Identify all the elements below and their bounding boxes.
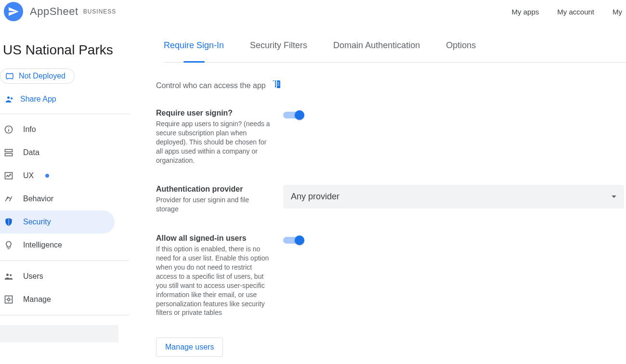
sidebar-item-label: Users bbox=[23, 272, 43, 281]
sidebar: US National Parks Not Deployed Share App… bbox=[0, 23, 129, 364]
setting-desc: Require app users to signin? (needs a se… bbox=[156, 119, 272, 165]
svg-rect-5 bbox=[5, 154, 13, 156]
setting-allow-all: Allow all signed-in users If this option… bbox=[156, 234, 624, 317]
deploy-status-pill[interactable]: Not Deployed bbox=[0, 68, 75, 84]
setting-title: Allow all signed-in users bbox=[156, 234, 272, 243]
sidebar-item-label: Intelligence bbox=[23, 241, 62, 249]
setting-auth-provider: Authentication provider Provider for use… bbox=[156, 185, 624, 214]
require-signin-toggle[interactable] bbox=[283, 110, 304, 120]
sidebar-footer-placeholder bbox=[0, 325, 118, 342]
sidebar-item-label: Info bbox=[23, 125, 36, 134]
tabs: Require Sign-In Security Filters Domain … bbox=[164, 40, 626, 63]
sidebar-item-data[interactable]: Data bbox=[0, 141, 129, 164]
svg-point-9 bbox=[6, 273, 9, 276]
setting-desc: Provider for user signin and file storag… bbox=[156, 195, 272, 214]
shield-icon bbox=[4, 217, 13, 227]
share-app-button[interactable]: Share App bbox=[0, 92, 129, 114]
allow-all-toggle[interactable] bbox=[283, 235, 304, 246]
sidebar-item-info[interactable]: Info bbox=[0, 118, 129, 141]
top-nav: My apps My account My bbox=[512, 8, 622, 16]
tab-require-sign-in[interactable]: Require Sign-In bbox=[164, 40, 224, 62]
docs-icon[interactable] bbox=[271, 79, 282, 92]
share-app-label: Share App bbox=[20, 95, 56, 104]
sidebar-nav-group-1: Info Data UX Behavior bbox=[0, 114, 129, 257]
manage-users-button[interactable]: Manage users bbox=[156, 338, 223, 357]
app-title: US National Parks bbox=[0, 23, 129, 68]
intelligence-icon bbox=[4, 240, 13, 250]
brand-suffix: BUSINESS bbox=[83, 8, 117, 15]
info-icon bbox=[4, 125, 13, 134]
svg-point-10 bbox=[10, 274, 12, 276]
svg-rect-8 bbox=[5, 172, 13, 179]
topnav-my-apps[interactable]: My apps bbox=[512, 8, 539, 16]
setting-title: Require user signin? bbox=[156, 109, 272, 117]
sidebar-item-intelligence[interactable]: Intelligence bbox=[0, 234, 129, 257]
users-icon bbox=[4, 272, 13, 281]
manage-icon bbox=[4, 295, 13, 304]
sidebar-item-ux[interactable]: UX bbox=[0, 164, 129, 187]
appsheet-logo[interactable] bbox=[4, 2, 23, 21]
main-content: Require Sign-In Security Filters Domain … bbox=[129, 23, 626, 364]
sidebar-item-users[interactable]: Users bbox=[0, 265, 129, 288]
sidebar-nav-group-2: Users Manage bbox=[0, 260, 129, 311]
sidebar-item-label: Behavior bbox=[23, 195, 53, 203]
tab-security-filters[interactable]: Security Filters bbox=[250, 40, 307, 62]
paper-plane-icon bbox=[8, 6, 19, 17]
deploy-status-label: Not Deployed bbox=[19, 72, 65, 80]
sidebar-item-label: Security bbox=[23, 218, 51, 226]
behavior-icon bbox=[4, 194, 13, 204]
sidebar-item-label: Data bbox=[23, 148, 39, 157]
section-lead: Control who can access the app bbox=[156, 79, 624, 92]
setting-desc: If this option is enabled, there is no n… bbox=[156, 245, 272, 317]
svg-rect-4 bbox=[5, 149, 13, 152]
brand-name: AppSheet bbox=[30, 5, 78, 18]
sidebar-item-behavior[interactable]: Behavior bbox=[0, 187, 129, 210]
sidebar-item-manage[interactable]: Manage bbox=[0, 288, 129, 311]
ux-icon bbox=[4, 171, 13, 181]
auth-provider-select[interactable]: Any provider bbox=[283, 185, 624, 208]
topnav-my-cut[interactable]: My bbox=[613, 8, 622, 16]
data-icon bbox=[4, 148, 13, 157]
svg-point-3 bbox=[8, 127, 9, 128]
setting-title: Authentication provider bbox=[156, 185, 272, 194]
tab-domain-authentication[interactable]: Domain Authentication bbox=[333, 40, 420, 62]
setting-require-signin: Require user signin? Require app users t… bbox=[156, 109, 624, 165]
sidebar-item-label: UX bbox=[23, 171, 34, 180]
svg-point-12 bbox=[8, 299, 10, 301]
sidebar-item-label: Manage bbox=[23, 295, 51, 304]
not-deployed-icon bbox=[5, 72, 14, 80]
share-icon bbox=[5, 94, 14, 104]
select-value: Any provider bbox=[291, 192, 339, 202]
chevron-down-icon bbox=[612, 195, 616, 198]
section-lead-text: Control who can access the app bbox=[156, 81, 266, 90]
svg-point-0 bbox=[7, 96, 10, 99]
tab-options[interactable]: Options bbox=[446, 40, 476, 62]
topnav-my-account[interactable]: My account bbox=[557, 8, 594, 16]
indicator-dot-icon bbox=[45, 174, 49, 178]
top-bar: AppSheet BUSINESS My apps My account My bbox=[0, 0, 626, 23]
section-require-sign-in: Control who can access the app Require u… bbox=[152, 63, 624, 357]
sidebar-item-security[interactable]: Security bbox=[0, 210, 115, 234]
